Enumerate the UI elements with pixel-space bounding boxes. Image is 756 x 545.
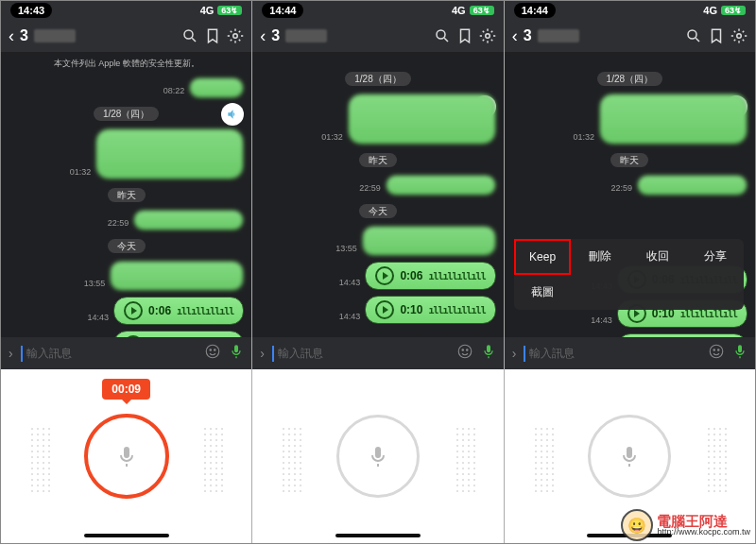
svg-point-9 bbox=[466, 349, 468, 351]
emoji-icon[interactable] bbox=[456, 343, 473, 364]
voice-message[interactable]: 0:06ıllıllıllıll bbox=[365, 262, 495, 290]
play-icon[interactable] bbox=[124, 335, 143, 337]
bookmark-icon[interactable] bbox=[204, 27, 221, 44]
msg-bubble[interactable] bbox=[599, 94, 747, 145]
mic-icon[interactable] bbox=[732, 344, 747, 363]
svg-point-13 bbox=[713, 349, 715, 351]
watermark-url: http://www.kocpc.com.tw bbox=[657, 528, 750, 536]
msg-bubble[interactable] bbox=[348, 94, 496, 145]
unread-count: 3 bbox=[271, 27, 280, 44]
record-button[interactable] bbox=[588, 415, 671, 498]
svg-point-5 bbox=[437, 30, 445, 39]
voice-message[interactable]: 0:10ıllıllıllıll bbox=[365, 296, 495, 324]
battery-icon: 63↯ bbox=[217, 6, 242, 15]
search-icon[interactable] bbox=[434, 27, 451, 44]
message-input[interactable]: 輸入訊息 bbox=[524, 346, 700, 362]
voice-message[interactable]: 0:10ıllıllıllıll bbox=[617, 333, 747, 337]
expand-icon[interactable]: › bbox=[512, 346, 517, 361]
svg-point-11 bbox=[737, 34, 742, 39]
chat-area: 1/28（四） 01:32 昨天 22:59 14:43 0:06ıllıllı… bbox=[505, 52, 755, 337]
msg-bubble[interactable] bbox=[189, 77, 244, 98]
clock: 14:44 bbox=[514, 3, 556, 18]
back-button[interactable]: ‹ bbox=[9, 26, 14, 46]
battery-icon: 63↯ bbox=[470, 6, 494, 15]
voice-message[interactable]: 0:06ıllıllıllıll bbox=[113, 297, 244, 325]
msg-bubble[interactable] bbox=[386, 175, 496, 196]
decoration-dots-right bbox=[455, 426, 475, 492]
svg-point-12 bbox=[710, 345, 723, 358]
battery-icon: 63↯ bbox=[721, 6, 746, 15]
svg-point-1 bbox=[233, 34, 238, 39]
decoration-dots-left bbox=[29, 426, 50, 492]
waveform-icon: ıllıllıllıll bbox=[177, 306, 233, 316]
home-indicator[interactable] bbox=[335, 534, 421, 537]
chat-title-blurred bbox=[34, 29, 76, 43]
msg-bubble[interactable] bbox=[362, 226, 496, 256]
screen-recording: 14:43 4G 63↯ ‹ 3 本文件列出 Apple 軟體的安全性更新。 0… bbox=[1, 1, 251, 543]
mic-icon[interactable] bbox=[229, 344, 244, 363]
emoji-icon[interactable] bbox=[708, 343, 725, 364]
msg-bubble[interactable] bbox=[110, 261, 244, 291]
settings-icon[interactable] bbox=[730, 27, 747, 44]
date-chip: 1/28（四） bbox=[597, 72, 662, 86]
play-icon[interactable] bbox=[375, 300, 394, 319]
menu-share[interactable]: 分享 bbox=[686, 239, 744, 275]
home-indicator[interactable] bbox=[84, 534, 169, 537]
settings-icon[interactable] bbox=[227, 27, 244, 44]
chat-header: ‹ 3 bbox=[252, 20, 503, 52]
watermark-avatar: 😀 bbox=[621, 509, 653, 541]
play-icon[interactable] bbox=[375, 266, 394, 285]
clock: 14:43 bbox=[10, 3, 52, 18]
record-button-active[interactable] bbox=[84, 414, 169, 499]
input-bar: › 輸入訊息 bbox=[252, 337, 503, 369]
chat-title-blurred bbox=[538, 29, 579, 43]
record-timer: 00:09 bbox=[102, 379, 150, 400]
svg-point-2 bbox=[207, 345, 220, 358]
menu-recall[interactable]: 收回 bbox=[628, 239, 686, 275]
menu-keep[interactable]: Keep bbox=[514, 239, 572, 275]
message-context-menu: Keep 刪除 收回 分享 截圖 bbox=[514, 239, 744, 310]
play-icon[interactable] bbox=[124, 301, 143, 320]
decoration-dots-left bbox=[281, 426, 301, 492]
system-notice: 本文件列出 Apple 軟體的安全性更新。 bbox=[1, 52, 251, 76]
message-input[interactable]: 輸入訊息 bbox=[21, 346, 198, 362]
speaker-toggle[interactable] bbox=[221, 103, 244, 126]
bookmark-icon[interactable] bbox=[708, 27, 725, 44]
mic-icon[interactable] bbox=[481, 344, 496, 363]
clock: 14:44 bbox=[262, 3, 303, 18]
input-bar: › 輸入訊息 bbox=[505, 337, 755, 369]
msg-bubble[interactable] bbox=[133, 210, 244, 230]
svg-point-14 bbox=[717, 349, 719, 351]
record-button[interactable] bbox=[336, 415, 420, 498]
chat-area: 本文件列出 Apple 軟體的安全性更新。 08:22 1/28（四） 01:3… bbox=[1, 52, 251, 337]
screen-context-menu: 14:44 4G 63↯ ‹ 3 1/28（四） 01:32 昨天 22:59 … bbox=[504, 1, 755, 543]
svg-point-0 bbox=[184, 30, 193, 39]
status-bar: 14:44 4G 63↯ bbox=[505, 1, 755, 20]
emoji-icon[interactable] bbox=[204, 343, 221, 364]
status-bar: 14:44 4G 63↯ bbox=[252, 1, 503, 20]
message-input[interactable]: 輸入訊息 bbox=[272, 346, 449, 362]
msg-bubble[interactable] bbox=[637, 175, 747, 196]
menu-screenshot[interactable]: 截圖 bbox=[514, 275, 572, 310]
back-button[interactable]: ‹ bbox=[512, 26, 518, 46]
chat-area: 1/28（四） 01:32 昨天 22:59 今天 13:55 14:43 0:… bbox=[252, 52, 503, 337]
search-icon[interactable] bbox=[685, 27, 702, 44]
expand-icon[interactable]: › bbox=[260, 346, 265, 361]
decoration-dots-right bbox=[706, 426, 727, 492]
bookmark-icon[interactable] bbox=[456, 27, 473, 44]
decoration-dots-left bbox=[533, 426, 554, 492]
back-button[interactable]: ‹ bbox=[260, 26, 266, 46]
date-chip: 1/28（四） bbox=[345, 72, 410, 86]
recording-panel bbox=[252, 369, 503, 543]
chat-header: ‹ 3 bbox=[1, 20, 251, 52]
search-icon[interactable] bbox=[181, 27, 198, 44]
expand-icon[interactable]: › bbox=[9, 346, 13, 361]
voice-message[interactable]: 0:10ıllıllıllıll bbox=[113, 331, 244, 337]
network-label: 4G bbox=[452, 5, 466, 16]
msg-bubble[interactable] bbox=[95, 128, 244, 179]
waveform-icon: ıllıllıllıll bbox=[428, 305, 485, 315]
menu-delete[interactable]: 刪除 bbox=[571, 239, 628, 275]
screen-idle: 14:44 4G 63↯ ‹ 3 1/28（四） 01:32 昨天 22:59 … bbox=[251, 1, 503, 543]
date-chip: 昨天 bbox=[108, 188, 146, 202]
settings-icon[interactable] bbox=[479, 27, 496, 44]
